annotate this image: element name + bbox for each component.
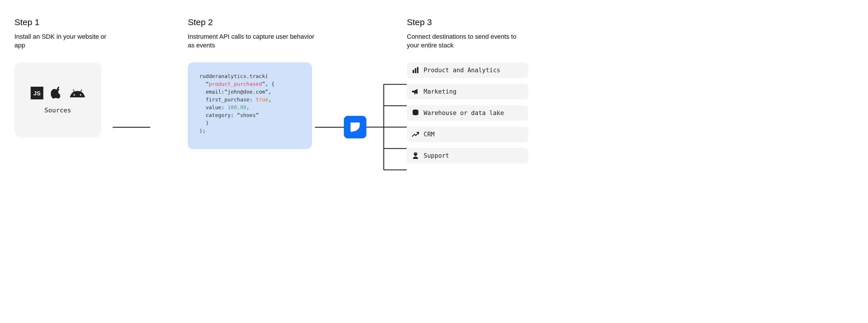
headset-icon — [412, 152, 419, 159]
fanout-lines — [366, 75, 407, 179]
svg-rect-11 — [417, 67, 418, 73]
destination-label: Marketing — [424, 88, 457, 95]
code-line: “ — [199, 81, 209, 87]
step-2-desc: Instrument API calls to capture user beh… — [188, 32, 315, 51]
step-2-column: Step 2 Instrument API calls to capture u… — [188, 17, 315, 149]
code-line: ”, { — [262, 81, 275, 87]
step-3-column: Step 3 Connect destinations to send even… — [407, 17, 528, 164]
android-icon — [70, 88, 85, 98]
code-line: ); — [199, 128, 206, 134]
megaphone-icon — [412, 88, 419, 95]
code-line: first_purchase: — [199, 96, 256, 103]
apple-icon — [51, 86, 62, 100]
destination-product-analytics: Product and Analytics — [407, 62, 528, 78]
code-token-bool: true — [256, 96, 268, 103]
brand-node — [344, 116, 366, 138]
destination-support: Support — [407, 148, 528, 164]
destinations-list: Product and Analytics Marketing Warehous… — [407, 62, 528, 164]
svg-point-13 — [414, 153, 417, 156]
destination-label: Product and Analytics — [424, 67, 500, 74]
connector-line — [113, 127, 150, 128]
code-token-string: product_purchased — [209, 81, 262, 87]
trend-up-icon — [412, 132, 419, 137]
code-token-number: 100.99 — [228, 104, 246, 110]
destination-label: Support — [424, 152, 449, 159]
connector-2 — [315, 127, 344, 128]
svg-rect-10 — [415, 68, 416, 73]
sources-icons-row: JS — [31, 86, 85, 100]
flow-diagram: Step 1 Install an SDK in your website or… — [14, 17, 854, 179]
code-line: email:“john@doe.com”, — [199, 89, 271, 95]
code-line: ) — [199, 120, 209, 126]
destination-marketing: Marketing — [407, 84, 528, 99]
database-icon — [412, 109, 419, 117]
code-card: rudderanalytics.track( “product_purchase… — [188, 62, 312, 149]
connector-line — [315, 127, 344, 128]
chart-bar-icon — [412, 67, 419, 73]
connector-fanout — [366, 75, 407, 179]
destination-crm: CRM — [407, 127, 528, 142]
destination-label: CRM — [424, 131, 435, 138]
rudderstack-logo-icon — [344, 116, 366, 138]
sources-label: Sources — [44, 107, 71, 114]
connector-1 — [113, 127, 150, 128]
svg-rect-9 — [413, 70, 414, 73]
destination-warehouse: Warehouse or data lake — [407, 105, 528, 121]
code-line: , — [268, 96, 271, 103]
code-line: category: “shoes” — [199, 112, 259, 118]
step-3-title: Step 3 — [407, 17, 528, 27]
code-line: value: — [199, 104, 228, 110]
destination-label: Warehouse or data lake — [424, 109, 504, 117]
step-3-desc: Connect destinations to send events to y… — [407, 32, 528, 51]
step-2-title: Step 2 — [188, 17, 315, 27]
step-1-column: Step 1 Install an SDK in your website or… — [14, 17, 113, 137]
sources-card: JS Sources — [14, 62, 101, 137]
javascript-icon: JS — [31, 87, 43, 99]
code-line: , — [246, 104, 250, 110]
step-1-desc: Install an SDK in your website or app — [14, 32, 113, 51]
code-line: rudderanalytics.track( — [199, 73, 268, 79]
svg-text:JS: JS — [33, 90, 40, 96]
step-1-title: Step 1 — [14, 17, 113, 27]
